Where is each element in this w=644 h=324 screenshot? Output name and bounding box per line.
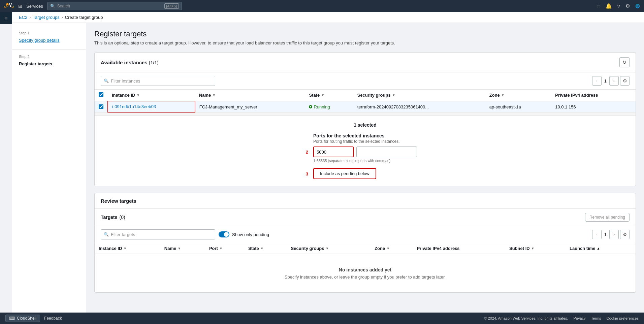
table-scrollbar[interactable]	[95, 112, 636, 115]
th-target-ipv4[interactable]: Private IPv4 address	[413, 243, 505, 254]
search-bar[interactable]: 🔍 [Alt+S]	[47, 2, 182, 10]
th-target-name[interactable]: Name ▼	[160, 243, 205, 254]
selected-count: 1 selected	[101, 122, 629, 128]
ports-label: Ports for the selected instances	[313, 133, 417, 138]
sort-icon-t-subnet: ▼	[531, 247, 535, 250]
sort-icon-t-security: ▼	[326, 247, 329, 250]
show-pending-toggle[interactable]	[219, 231, 229, 237]
sort-icon-t-port: ▼	[219, 247, 223, 250]
sort-icon-state: ▼	[321, 93, 324, 97]
th-private-ipv4[interactable]: Private IPv4 address	[551, 90, 636, 101]
remove-all-pending-button[interactable]: Remove all pending	[585, 213, 630, 222]
empty-title: No instances added yet	[109, 267, 621, 272]
main-content: Register targets This is an optional ste…	[86, 23, 644, 324]
targets-prev-btn[interactable]: ‹	[592, 230, 602, 239]
step1-label: Step 1	[12, 30, 86, 36]
services-nav[interactable]: Services	[26, 4, 43, 9]
include-btn-wrap: 3 Include as pending below	[313, 168, 376, 179]
available-instances-title: Available instances (1/1)	[101, 60, 159, 65]
targets-toolbar: Targets (0) Remove all pending	[95, 209, 636, 226]
th-state[interactable]: State ▼	[305, 90, 353, 101]
instance-name-cell: FCJ-Management_my_server	[195, 101, 305, 112]
next-page-btn[interactable]: ›	[609, 76, 619, 86]
breadcrumb-target-groups[interactable]: Target groups	[33, 15, 60, 20]
targets-title-row: Targets (0)	[101, 215, 125, 220]
instance-checkbox[interactable]	[99, 104, 103, 109]
include-as-pending-button[interactable]: Include as pending below	[313, 168, 376, 179]
th-target-security-groups[interactable]: Security groups ▼	[287, 243, 371, 254]
th-instance-id[interactable]: Instance ID ▼	[108, 90, 195, 101]
breadcrumb-ec2[interactable]: EC2	[19, 15, 27, 20]
show-pending-toggle-wrap: Show only pending	[219, 231, 269, 237]
table-row[interactable]: 1 i-091edb1a14e3eeb03 FCJ-Management_my_…	[95, 101, 636, 112]
instance-zone-cell: ap-southeast-1a	[485, 101, 551, 112]
instances-filter-input[interactable]	[111, 78, 212, 84]
sort-icon-t-zone: ▼	[386, 247, 390, 250]
cloudshell-label: CloudShell	[17, 316, 36, 321]
privacy-link[interactable]: Privacy	[574, 316, 586, 320]
terms-link[interactable]: Terms	[591, 316, 601, 320]
terminal-icon[interactable]: □	[597, 3, 600, 9]
targets-filter-input-wrap[interactable]: 🔍	[101, 229, 215, 239]
refresh-button[interactable]: ↻	[619, 57, 630, 67]
feedback-button[interactable]: Feedback	[44, 316, 62, 321]
available-instances-header: Available instances (1/1) ↻	[95, 53, 636, 72]
settings-icon[interactable]: ⚙	[625, 3, 630, 9]
th-checkbox	[95, 90, 108, 101]
row-checkbox-cell: 1	[95, 101, 108, 112]
step1-link[interactable]: Specify group details	[12, 36, 86, 47]
th-security-groups[interactable]: Security groups ▼	[353, 90, 485, 101]
instances-filter-input-wrap[interactable]: 🔍	[101, 76, 215, 86]
breadcrumb-sep2: ›	[62, 15, 63, 20]
show-pending-label: Show only pending	[232, 232, 269, 237]
copyright-text: © 2024, Amazon Web Services, Inc. or its…	[484, 316, 568, 320]
port-input-secondary[interactable]	[356, 147, 417, 157]
th-target-launch-time[interactable]: Launch time ▲	[566, 243, 636, 254]
available-instances-panel: Available instances (1/1) ↻ 🔍 ‹ 1 › ⚙	[94, 52, 636, 186]
grid-icon[interactable]: ⊞	[18, 3, 22, 9]
targets-table-header-row: Instance ID ▼ Name ▼	[95, 243, 636, 254]
cloudshell-button[interactable]: ⌨ CloudShell	[5, 315, 40, 322]
step2-current: Register targets	[12, 60, 86, 68]
instance-id-link[interactable]: i-091edb1a14e3eeb03	[112, 104, 156, 109]
empty-desc: Specify instances above, or leave the gr…	[109, 274, 621, 280]
sort-icon-t-instance-id: ▼	[123, 247, 127, 250]
th-target-state[interactable]: State ▼	[244, 243, 287, 254]
toggle-knob	[224, 232, 229, 237]
review-targets-title: Review targets	[101, 198, 136, 204]
prev-page-btn[interactable]: ‹	[592, 76, 602, 86]
targets-pagination: ‹ 1 › ⚙	[592, 230, 630, 239]
targets-page-num: 1	[603, 232, 608, 237]
search-input[interactable]	[57, 4, 162, 8]
th-target-instance-id[interactable]: Instance ID ▼	[95, 243, 160, 254]
hamburger-menu[interactable]: ≡	[0, 12, 12, 24]
bell-icon[interactable]: 🔔	[606, 3, 612, 9]
th-target-zone[interactable]: Zone ▼	[371, 243, 413, 254]
instance-security-cell: terraform-20240927083235061400...	[353, 101, 485, 112]
bottom-left: ⌨ CloudShell Feedback	[5, 315, 62, 322]
aws-logo[interactable]	[4, 3, 14, 9]
targets-filter-input[interactable]	[111, 232, 212, 237]
sort-icon-t-name: ▼	[178, 247, 181, 250]
th-target-subnet[interactable]: Subnet ID ▼	[505, 243, 566, 254]
cookie-preferences-link[interactable]: Cookie preferences	[607, 316, 639, 320]
targets-next-btn[interactable]: ›	[609, 230, 619, 239]
top-navigation: ⊞ Services 🔍 [Alt+S] □ 🔔 ? ⚙ 🌐	[0, 0, 644, 12]
th-zone[interactable]: Zone ▼	[485, 90, 551, 101]
sort-icon-instance-id: ▼	[136, 93, 140, 97]
th-target-port[interactable]: Port ▼	[205, 243, 244, 254]
port-input-primary[interactable]	[313, 147, 354, 157]
targets-page-settings-btn[interactable]: ⚙	[620, 230, 630, 239]
instances-filter-row: 🔍 ‹ 1 › ⚙	[95, 72, 636, 90]
instances-table: Instance ID ▼ Name ▼	[95, 90, 636, 112]
sort-icon-zone: ▼	[501, 93, 505, 97]
instances-table-wrap: Instance ID ▼ Name ▼	[95, 90, 636, 112]
sort-icon-name: ▼	[212, 93, 216, 97]
targets-filter-icon: 🔍	[104, 232, 109, 237]
select-all-checkbox[interactable]	[99, 92, 103, 97]
instances-count: (1/1)	[149, 60, 159, 65]
help-icon[interactable]: ?	[617, 3, 620, 9]
region-icon[interactable]: 🌐	[635, 4, 640, 8]
instances-page-settings-btn[interactable]: ⚙	[620, 76, 630, 86]
th-name[interactable]: Name ▼	[195, 90, 305, 101]
